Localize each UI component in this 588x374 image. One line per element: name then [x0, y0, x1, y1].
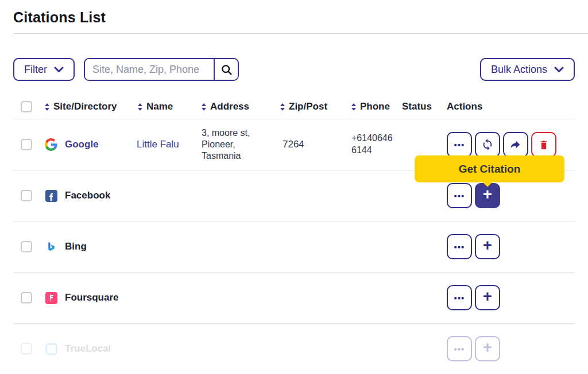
citations-page: Citations List Filter Bulk Actions Site/… [0, 0, 588, 374]
citation-zip: 7264 [276, 139, 345, 150]
row-checkbox[interactable] [21, 139, 32, 150]
toolbar: Filter Bulk Actions [13, 57, 575, 81]
site-name[interactable]: Google [65, 139, 99, 150]
site-name: Facebook [65, 190, 110, 201]
plus-icon: + [483, 238, 492, 254]
header-actions-label: Actions [447, 101, 482, 112]
facebook-logo-icon [45, 189, 57, 202]
site-name: Foursquare [65, 292, 119, 303]
row-checkbox[interactable] [21, 241, 32, 252]
header-status: Status [397, 101, 441, 112]
search-box [84, 58, 239, 81]
row-checkbox[interactable] [21, 190, 32, 201]
site-cell: TrueLocal [39, 342, 133, 355]
header-name[interactable]: Name [133, 101, 198, 112]
get-citation-tooltip: Get Citation [415, 155, 564, 182]
search-icon [220, 64, 233, 76]
actions-cell: ••• [441, 132, 575, 157]
table-row: TrueLocal ••• + [13, 324, 575, 374]
search-button[interactable] [214, 59, 238, 80]
chevron-down-icon [54, 67, 64, 73]
table-row: Foursquare ••• + [13, 272, 575, 324]
actions-cell: ••• + [441, 234, 575, 259]
actions-cell: ••• + [441, 183, 575, 208]
sort-icon [138, 103, 142, 111]
page-title: Citations List [13, 9, 575, 26]
site-cell: Bing [39, 240, 133, 253]
filter-button[interactable]: Filter [13, 58, 75, 81]
title-divider [13, 33, 588, 34]
site-name: Bing [65, 241, 87, 252]
share-button[interactable] [503, 132, 528, 157]
header-zip-label: Zip/Post [289, 101, 327, 112]
filter-label: Filter [24, 64, 47, 76]
actions-cell: ••• + [441, 285, 575, 310]
delete-button[interactable] [531, 132, 556, 157]
select-all-checkbox[interactable] [21, 101, 32, 112]
table-header: Site/Directory Name Address Zip/Post Pho… [13, 95, 575, 119]
more-actions-button[interactable]: ••• [447, 132, 472, 157]
ellipsis-icon: ••• [454, 294, 465, 302]
sort-icon [202, 103, 206, 111]
citation-phone: +6140646 6144 [345, 133, 397, 157]
header-actions: Actions [441, 101, 575, 112]
header-zip-post[interactable]: Zip/Post [276, 101, 345, 112]
ellipsis-icon: ••• [454, 243, 465, 251]
search-input[interactable] [85, 59, 214, 80]
row-checkbox[interactable] [21, 292, 32, 303]
add-citation-button[interactable]: + [475, 336, 500, 361]
add-citation-button[interactable]: + [475, 285, 500, 310]
foursquare-logo-icon [45, 291, 57, 304]
table-row: Bing ••• + [13, 221, 575, 272]
header-name-label: Name [146, 101, 173, 112]
more-actions-button[interactable]: ••• [447, 234, 472, 259]
truelocal-logo-icon [45, 342, 57, 355]
sort-icon [45, 103, 49, 111]
site-cell: Foursquare [39, 291, 133, 304]
header-status-label: Status [402, 101, 432, 112]
add-citation-button[interactable]: + [475, 234, 500, 259]
actions-cell: ••• + [441, 336, 575, 361]
sync-icon [481, 138, 494, 151]
google-logo-icon [45, 138, 57, 151]
header-site-directory[interactable]: Site/Directory [39, 101, 133, 112]
header-phone[interactable]: Phone [345, 101, 397, 112]
more-actions-button[interactable]: ••• [447, 285, 472, 310]
header-phone-label: Phone [360, 101, 390, 112]
sort-icon [280, 103, 285, 111]
more-actions-button[interactable]: ••• [447, 183, 472, 208]
site-cell: Google [39, 138, 133, 151]
bulk-actions-label: Bulk Actions [491, 64, 547, 76]
ellipsis-icon: ••• [454, 192, 465, 200]
ellipsis-icon: ••• [454, 345, 465, 353]
site-cell: Facebook [39, 189, 133, 202]
header-site-label: Site/Directory [53, 101, 117, 112]
ellipsis-icon: ••• [454, 141, 465, 149]
plus-icon: + [483, 289, 492, 305]
plus-icon: + [483, 187, 492, 202]
site-name: TrueLocal [65, 343, 111, 354]
bing-logo-icon [45, 240, 57, 253]
header-address-label: Address [210, 101, 249, 112]
header-address[interactable]: Address [198, 101, 276, 112]
citation-address: 3, moore st, Pioneer, Tasmania [198, 127, 268, 162]
tooltip-label: Get Citation [459, 163, 521, 176]
more-actions-button[interactable]: ••• [447, 336, 472, 361]
citation-name[interactable]: Little Falu [133, 139, 198, 150]
forward-arrow-icon [509, 138, 522, 151]
plus-icon: + [483, 340, 492, 356]
sort-icon [351, 103, 356, 111]
bulk-actions-button[interactable]: Bulk Actions [480, 58, 575, 81]
chevron-down-icon [554, 67, 564, 73]
row-checkbox[interactable] [21, 343, 32, 354]
trash-icon [538, 139, 550, 150]
resync-button[interactable] [475, 132, 500, 157]
header-checkbox-cell [13, 101, 39, 112]
